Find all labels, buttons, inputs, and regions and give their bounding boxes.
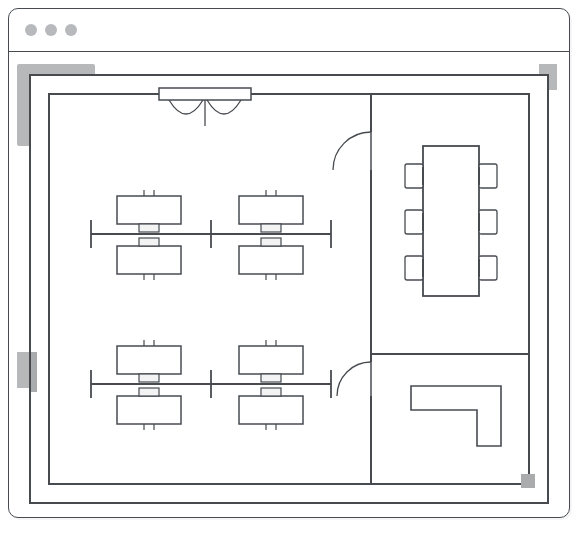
desk[interactable]: [239, 190, 303, 232]
chair[interactable]: [479, 164, 497, 188]
selection-handle-bottom-right[interactable]: [521, 474, 535, 488]
window-icon: [159, 88, 251, 126]
conference-table[interactable]: [423, 146, 479, 296]
desk[interactable]: [117, 340, 181, 382]
chair[interactable]: [479, 256, 497, 280]
desk[interactable]: [117, 238, 181, 280]
desk[interactable]: [239, 388, 303, 430]
desk[interactable]: [239, 238, 303, 280]
l-desk[interactable]: [411, 386, 501, 446]
editor-content: [9, 52, 569, 518]
svg-rect-12: [159, 88, 251, 100]
chair[interactable]: [405, 256, 423, 280]
window-dot-icon[interactable]: [65, 24, 77, 36]
door-icon: [337, 362, 375, 396]
desk[interactable]: [117, 190, 181, 232]
door-icon: [333, 132, 375, 170]
window-dot-icon[interactable]: [25, 24, 37, 36]
chair[interactable]: [479, 210, 497, 234]
titlebar: [9, 9, 569, 52]
chair[interactable]: [405, 210, 423, 234]
window-dot-icon[interactable]: [45, 24, 57, 36]
floorplan-svg: [31, 76, 547, 502]
desk[interactable]: [239, 340, 303, 382]
chair[interactable]: [405, 164, 423, 188]
desk[interactable]: [117, 388, 181, 430]
selection-handle-left-inner[interactable]: [31, 352, 37, 392]
floorplan-canvas[interactable]: [29, 74, 549, 504]
app-window: [8, 8, 570, 518]
